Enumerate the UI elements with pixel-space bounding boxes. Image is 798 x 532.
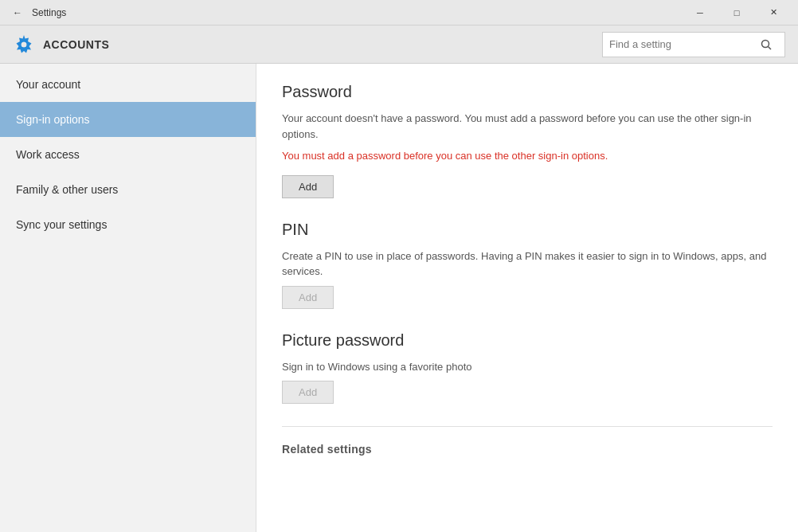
password-warning: You must add a password before you can u… bbox=[282, 148, 773, 164]
related-settings-title: Related settings bbox=[282, 443, 773, 456]
password-desc: Your account doesn't have a password. Yo… bbox=[282, 111, 773, 142]
content-area: Password Your account doesn't have a pas… bbox=[256, 64, 798, 532]
picture-password-add-button[interactable]: Add bbox=[282, 381, 334, 404]
accounts-icon bbox=[13, 33, 35, 56]
divider bbox=[282, 426, 773, 427]
svg-point-1 bbox=[22, 41, 27, 47]
title-bar: ← Settings ─ □ ✕ bbox=[0, 0, 798, 25]
search-icon bbox=[754, 32, 778, 57]
pin-section: PIN Create a PIN to use in place of pass… bbox=[282, 221, 773, 331]
sidebar-item-sign-in-options[interactable]: Sign-in options bbox=[0, 102, 256, 137]
svg-line-3 bbox=[769, 46, 772, 49]
app-title: ACCOUNTS bbox=[43, 38, 109, 51]
close-button[interactable]: ✕ bbox=[755, 0, 792, 25]
search-box[interactable] bbox=[602, 32, 785, 57]
sidebar-item-sync-settings[interactable]: Sync your settings bbox=[0, 207, 256, 242]
app-header: ACCOUNTS bbox=[0, 25, 798, 64]
minimize-button[interactable]: ─ bbox=[682, 0, 718, 25]
maximize-button[interactable]: □ bbox=[718, 0, 755, 25]
picture-password-desc: Sign in to Windows using a favorite phot… bbox=[282, 359, 773, 375]
title-bar-text: Settings bbox=[32, 7, 66, 18]
main-layout: Your account Sign-in options Work access… bbox=[0, 64, 798, 532]
password-section: Password Your account doesn't have a pas… bbox=[282, 83, 773, 221]
sidebar: Your account Sign-in options Work access… bbox=[0, 64, 256, 532]
picture-password-title: Picture password bbox=[282, 331, 773, 350]
picture-password-section: Picture password Sign in to Windows usin… bbox=[282, 331, 773, 427]
pin-desc: Create a PIN to use in place of password… bbox=[282, 248, 773, 280]
sidebar-item-work-access[interactable]: Work access bbox=[0, 137, 256, 172]
pin-add-button[interactable]: Add bbox=[282, 286, 334, 309]
password-title: Password bbox=[282, 83, 773, 101]
search-input[interactable] bbox=[603, 38, 754, 50]
window-controls: ─ □ ✕ bbox=[682, 0, 792, 25]
back-icon: ← bbox=[13, 7, 22, 18]
pin-title: PIN bbox=[282, 221, 773, 239]
sidebar-item-your-account[interactable]: Your account bbox=[0, 67, 256, 102]
password-add-button[interactable]: Add bbox=[282, 175, 334, 198]
sidebar-item-family-other[interactable]: Family & other users bbox=[0, 172, 256, 207]
back-button[interactable]: ← bbox=[6, 2, 29, 24]
svg-point-2 bbox=[762, 40, 769, 47]
